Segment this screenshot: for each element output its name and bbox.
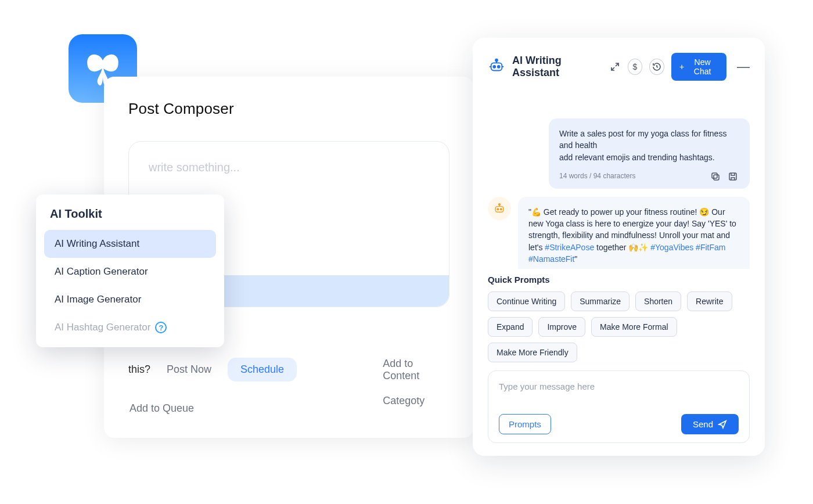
toolkit-item-caption[interactable]: AI Caption Generator [44,258,216,286]
new-chat-button[interactable]: + New Chat [671,53,726,81]
add-to-queue-button[interactable]: Add to Queue [128,397,195,420]
plus-icon: + [679,62,684,71]
ai-toolkit-menu: AI Toolkit AI Writing Assistant AI Capti… [36,195,224,347]
chip-improve[interactable]: Improve [538,317,585,337]
chat-textarea[interactable]: Type your message here [499,381,739,406]
svg-rect-7 [714,175,719,180]
chat-header: AI Writing Assistant $ + New Chat — [488,53,750,81]
hashtag[interactable]: #YogaVibes [650,243,693,252]
toolkit-title: AI Toolkit [44,207,216,230]
history-icon[interactable] [649,59,664,75]
chip-rewrite[interactable]: Rewrite [687,291,732,311]
minimize-icon[interactable]: — [737,59,750,74]
ai-text: " [574,254,577,264]
copy-icon[interactable] [709,170,722,183]
svg-point-0 [495,59,498,62]
message-meta: 14 words / 94 characters [559,171,635,181]
toolkit-item-label: AI Caption Generator [55,266,148,278]
svg-rect-8 [712,173,717,178]
ai-avatar [488,197,511,220]
toolkit-item-image[interactable]: AI Image Generator [44,286,216,314]
ai-text: together 🙌✨ [594,243,650,252]
composer-placeholder: write something... [149,161,429,174]
expand-icon[interactable] [609,59,621,75]
hashtag[interactable]: #FitFam [696,243,725,252]
chip-summarize[interactable]: Summarize [571,291,629,311]
chip-continue[interactable]: Continue Writing [488,291,565,311]
toolkit-item-label: AI Image Generator [55,294,141,305]
svg-point-14 [500,208,502,210]
hashtag[interactable]: #NamasteFit [528,254,574,264]
add-to-content-link[interactable]: Add to Content [383,358,449,382]
composer-title: Post Composer [128,100,449,118]
svg-point-10 [499,204,501,206]
this-label: this? [128,363,150,376]
schedule-button[interactable]: Schedule [228,358,297,381]
svg-rect-9 [729,173,736,180]
chat-title: AI Writing Assistant [512,55,602,79]
ai-chat-panel: AI Writing Assistant $ + New Chat — Writ… [473,38,765,456]
user-message-line: add relevant emojis and trending hashtag… [559,152,739,163]
chip-expand[interactable]: Expand [488,317,533,337]
quick-prompts: Continue Writing Summarize Shorten Rewri… [488,291,750,362]
prompts-button[interactable]: Prompts [499,414,551,434]
hashtag[interactable]: #StrikeAPose [545,243,594,252]
chip-formal[interactable]: Make More Formal [591,317,677,337]
help-icon[interactable]: ? [155,322,167,333]
chip-friendly[interactable]: Make More Friendly [488,343,577,362]
user-message-line: Write a sales post for my yoga class for… [559,128,739,152]
user-message: Write a sales post for my yoga class for… [549,118,750,189]
send-icon [718,420,727,429]
quick-prompts-title: Quick Prompts [488,275,750,285]
svg-point-3 [493,66,495,68]
category-link[interactable]: Categoty [383,395,449,407]
composer-actions: this? Post Now Schedule Add to Queue Add… [128,358,449,420]
send-label: Send [693,419,713,429]
robot-icon [488,57,505,77]
credits-icon[interactable]: $ [628,59,643,75]
toolkit-item-hashtag[interactable]: AI Hashtag Generator ? [44,314,216,341]
save-icon[interactable] [726,170,739,183]
post-now-button[interactable]: Post Now [166,358,213,381]
ai-message-row: "💪 Get ready to power up your fitness ro… [488,197,750,269]
toolkit-item-writing[interactable]: AI Writing Assistant [44,230,216,258]
ai-message: "💪 Get ready to power up your fitness ro… [518,197,750,269]
send-button[interactable]: Send [681,414,739,434]
toolkit-item-label: AI Hashtag Generator [55,322,150,333]
chat-input: Type your message here Prompts Send [488,370,750,443]
chip-shorten[interactable]: Shorten [635,291,681,311]
svg-point-13 [497,208,499,210]
svg-point-4 [498,66,500,68]
new-chat-label: New Chat [686,57,718,76]
chat-body: Write a sales post for my yoga class for… [488,81,750,269]
toolkit-item-label: AI Writing Assistant [55,238,139,250]
